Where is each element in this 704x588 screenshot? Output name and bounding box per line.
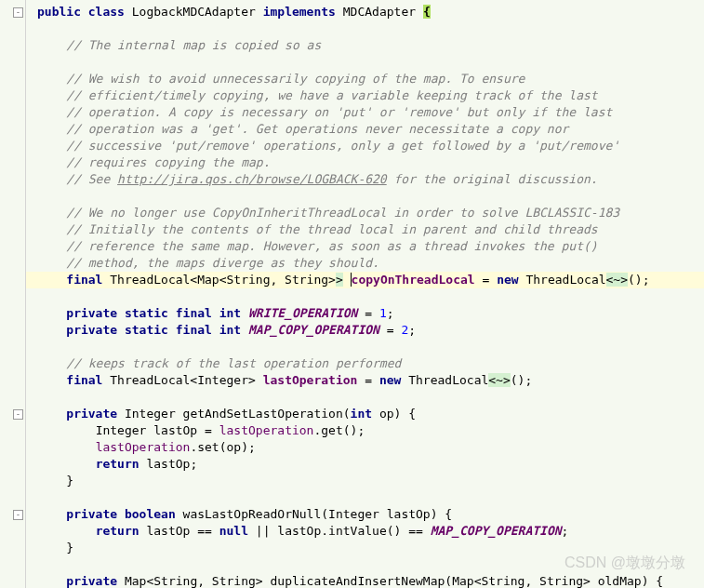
- code-line[interactable]: // requires copying the map.: [0, 154, 704, 171]
- code-line[interactable]: return lastOp == null || lastOp.intValue…: [0, 523, 704, 540]
- code-line[interactable]: // operation. A copy is necessary on 'pu…: [0, 104, 704, 121]
- code-line[interactable]: return lastOp;: [0, 456, 704, 473]
- code-line[interactable]: [0, 489, 704, 506]
- code-line[interactable]: // keeps track of the last operation per…: [0, 355, 704, 372]
- code-line[interactable]: [0, 339, 704, 355]
- fold-method-2[interactable]: -: [13, 510, 23, 520]
- code-line[interactable]: // reference the same map. However, as s…: [0, 238, 704, 255]
- code-line[interactable]: [0, 288, 704, 305]
- code-line[interactable]: final ThreadLocal<Integer> lastOperation…: [0, 372, 704, 389]
- code-line[interactable]: // efficient/timely copying, we have a v…: [0, 87, 704, 104]
- code-line[interactable]: [0, 54, 704, 71]
- code-line[interactable]: // We wish to avoid unnecessarily copyin…: [0, 71, 704, 87]
- fold-method-1[interactable]: -: [13, 409, 23, 420]
- code-line[interactable]: private Map<String, String> duplicateAnd…: [0, 573, 704, 588]
- code-line[interactable]: private static final int MAP_COPY_OPERAT…: [0, 322, 704, 339]
- code-editor[interactable]: - - - public class LogbackMDCAdapter imp…: [0, 0, 704, 588]
- code-line[interactable]: private boolean wasLastOpReadOrNull(Inte…: [0, 506, 704, 523]
- code-line[interactable]: // successive 'put/remove' operations, o…: [0, 138, 704, 154]
- code-line[interactable]: // We no longer use CopyOnInheritThreadL…: [0, 205, 704, 221]
- code-line[interactable]: // operation was a 'get'. Get operations…: [0, 121, 704, 138]
- code-line[interactable]: private static final int WRITE_OPERATION…: [0, 305, 704, 322]
- code-line[interactable]: public class LogbackMDCAdapter implement…: [0, 4, 704, 20]
- code-line[interactable]: [0, 556, 704, 573]
- code-line[interactable]: // See http://jira.qos.ch/browse/LOGBACK…: [0, 171, 704, 188]
- code-line[interactable]: [0, 20, 704, 37]
- code-line-highlighted[interactable]: final ThreadLocal<Map<String, String>> c…: [0, 272, 704, 288]
- code-line[interactable]: // method, the maps diverge as they shou…: [0, 255, 704, 272]
- code-line[interactable]: }: [0, 540, 704, 556]
- code-line[interactable]: // Initially the contents of the thread …: [0, 221, 704, 238]
- code-line[interactable]: // The internal map is copied so as: [0, 37, 704, 54]
- code-line[interactable]: Integer lastOp = lastOperation.get();: [0, 422, 704, 439]
- code-line[interactable]: }: [0, 473, 704, 489]
- code-line[interactable]: [0, 188, 704, 205]
- code-line[interactable]: [0, 389, 704, 406]
- code-line[interactable]: private Integer getAndSetLastOperation(i…: [0, 406, 704, 422]
- fold-class[interactable]: -: [13, 7, 23, 18]
- gutter: - - -: [0, 0, 26, 588]
- code-line[interactable]: lastOperation.set(op);: [0, 439, 704, 456]
